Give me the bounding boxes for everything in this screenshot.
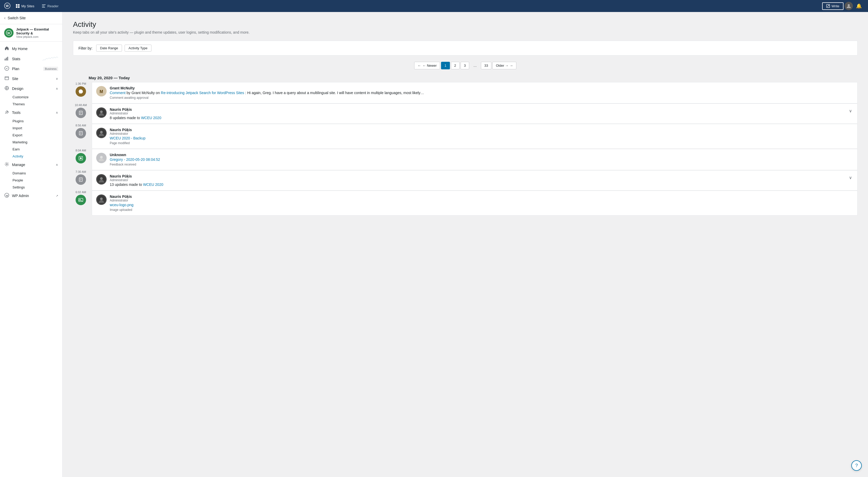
- comment-link[interactable]: Comment: [110, 91, 126, 95]
- sidebar-item-manage[interactable]: Manage ∧: [0, 160, 62, 170]
- activity-target-link[interactable]: wceu-logo.png: [110, 203, 133, 207]
- avatar: [96, 128, 106, 138]
- sidebar-item-themes[interactable]: Themes: [12, 101, 62, 108]
- sidebar-item-wp-admin[interactable]: W WP Admin ↗: [0, 191, 62, 201]
- activity-user: Nauris Pūķis: [110, 174, 845, 178]
- page-33-button[interactable]: 33: [481, 62, 491, 69]
- activity-type-filter[interactable]: Activity Type: [125, 44, 151, 52]
- user-avatar[interactable]: [844, 2, 853, 10]
- filter-bar: Filter by: Date Range Activity Type: [73, 41, 858, 56]
- activity-icon: [75, 108, 86, 118]
- sidebar-item-design[interactable]: Design ∧: [0, 84, 62, 94]
- notifications-icon[interactable]: 🔔: [854, 1, 864, 11]
- activity-desc: WCEU 2020 - Backup: [110, 136, 853, 140]
- table-row: 7:30 AM Nauris Pūķis Administrator 13 up…: [73, 170, 858, 191]
- sidebar: ‹ Switch Site W Jetpack — Essential Secu…: [0, 12, 63, 477]
- newer-arrow-icon: ←: [417, 64, 421, 67]
- sidebar-item-customize[interactable]: Customize: [12, 94, 62, 101]
- table-row: 10:48 AM Nauris Pūķis Administrator 8 up…: [73, 103, 858, 124]
- sidebar-item-people[interactable]: People: [12, 177, 62, 184]
- activity-body: Grant McNulty Comment by Grant McNulty o…: [110, 86, 853, 100]
- svg-point-19: [6, 164, 7, 165]
- svg-text:M: M: [100, 89, 103, 94]
- reader-nav[interactable]: Reader: [38, 2, 62, 10]
- design-submenu: Customize Themes: [0, 94, 62, 108]
- activity-target-link[interactable]: WCEU 2020: [143, 183, 163, 187]
- activity-role: Administrator: [110, 178, 845, 182]
- activity-user: Nauris Pūķis: [110, 107, 845, 112]
- timeline-col: 6:02 AM: [73, 191, 89, 205]
- sidebar-item-domains[interactable]: Domains: [12, 170, 62, 177]
- timeline-col: 7:30 AM: [73, 170, 89, 185]
- svg-point-35: [100, 177, 103, 180]
- switch-site-button[interactable]: ‹ Switch Site: [0, 12, 62, 24]
- expand-icon[interactable]: ∨: [848, 107, 853, 115]
- tools-icon: [4, 110, 9, 116]
- sidebar-item-plan[interactable]: Plan Business: [0, 64, 62, 74]
- activity-time: 8:56 AM: [75, 124, 86, 127]
- topbar: W My Sites Reader Write 🔔: [0, 0, 868, 12]
- write-button[interactable]: Write: [822, 2, 843, 10]
- activity-desc: 13 updates made to WCEU 2020: [110, 183, 845, 187]
- older-arrow-icon: →: [509, 64, 513, 67]
- sidebar-item-my-home[interactable]: My Home: [0, 44, 62, 54]
- table-row: 6:02 AM Nauris Pūķis Administrator wceu-…: [73, 191, 858, 216]
- activity-time: 1:36 PM: [75, 82, 86, 85]
- table-row: 8:04 AM Unknown Gregory - 2020-05-20 08:…: [73, 149, 858, 170]
- timeline-col: 10:48 AM: [73, 103, 89, 118]
- svg-rect-7: [42, 6, 44, 6]
- page-2-button[interactable]: 2: [451, 62, 460, 69]
- back-icon: ‹: [4, 15, 5, 20]
- sidebar-item-import[interactable]: Import: [12, 125, 62, 132]
- newer-button[interactable]: ← ← Newer: [414, 62, 440, 69]
- sidebar-item-activity[interactable]: Activity: [12, 153, 62, 160]
- activity-body: Nauris Pūķis Administrator WCEU 2020 - B…: [110, 128, 853, 145]
- help-button[interactable]: ?: [851, 460, 862, 471]
- wp-admin-icon: W: [4, 193, 9, 199]
- sidebar-item-marketing[interactable]: Marketing: [12, 139, 62, 146]
- sidebar-item-tools[interactable]: Tools ∧: [0, 108, 62, 118]
- activity-time: 6:02 AM: [75, 191, 86, 194]
- activity-target-link[interactable]: WCEU 2020 - Backup: [110, 136, 146, 140]
- svg-rect-2: [16, 4, 18, 6]
- expand-icon[interactable]: ∨: [848, 174, 853, 181]
- sidebar-item-export[interactable]: Export: [12, 132, 62, 139]
- page-1-button[interactable]: 1: [441, 62, 450, 69]
- activity-icon: [75, 153, 86, 163]
- site-info: Jetpack — Essential Security & View jetp…: [16, 27, 58, 38]
- activity-icon: [75, 174, 86, 185]
- activity-body: Nauris Pūķis Administrator 13 updates ma…: [110, 174, 845, 187]
- my-sites-nav[interactable]: My Sites: [12, 2, 37, 10]
- sidebar-item-earn[interactable]: Earn: [12, 146, 62, 153]
- post-link[interactable]: Re-introducing Jetpack Search for WordPr…: [161, 91, 244, 95]
- sidebar-item-plugins[interactable]: Plugins: [12, 118, 62, 125]
- table-row: 1:36 PM M Grant McNulty Comment: [73, 82, 858, 103]
- svg-rect-8: [42, 7, 45, 7]
- sidebar-item-site[interactable]: Site ∨: [0, 74, 62, 84]
- date-range-filter[interactable]: Date Range: [96, 44, 122, 52]
- activity-time: 7:30 AM: [75, 170, 86, 173]
- activity-card: Nauris Pūķis Administrator WCEU 2020 - B…: [92, 124, 858, 149]
- avatar: [96, 153, 106, 163]
- activity-desc: wceu-logo.png: [110, 203, 853, 207]
- home-icon: [4, 46, 9, 52]
- filter-label: Filter by:: [79, 46, 93, 50]
- sidebar-item-settings[interactable]: Settings: [12, 184, 62, 191]
- older-button[interactable]: Older → →: [492, 62, 516, 69]
- activity-target-link[interactable]: Gregory - 2020-05-20 08:04:52: [110, 157, 160, 162]
- svg-point-28: [100, 131, 103, 133]
- activity-desc: Comment by Grant McNulty on Re-introduci…: [110, 91, 853, 95]
- svg-rect-13: [5, 59, 5, 61]
- activity-card: Nauris Pūķis Administrator wceu-logo.png…: [92, 191, 858, 216]
- tools-submenu: Plugins Import Export Marketing Earn Act…: [0, 118, 62, 160]
- activity-target-link[interactable]: WCEU 2020: [141, 116, 161, 120]
- activity-card: M Grant McNulty Comment by Grant McNulty…: [92, 82, 858, 103]
- page-3-button[interactable]: 3: [461, 62, 469, 69]
- sidebar-item-stats[interactable]: Stats: [0, 54, 62, 64]
- svg-rect-30: [80, 157, 82, 159]
- site-header: W Jetpack — Essential Security & View je…: [0, 24, 62, 42]
- manage-submenu: Domains People Settings: [0, 170, 62, 191]
- plan-icon: [4, 66, 9, 72]
- date-heading: May 20, 2020 — Today: [73, 75, 858, 80]
- table-row: 8:56 AM Nauris Pūķis Administrator WCEU …: [73, 124, 858, 149]
